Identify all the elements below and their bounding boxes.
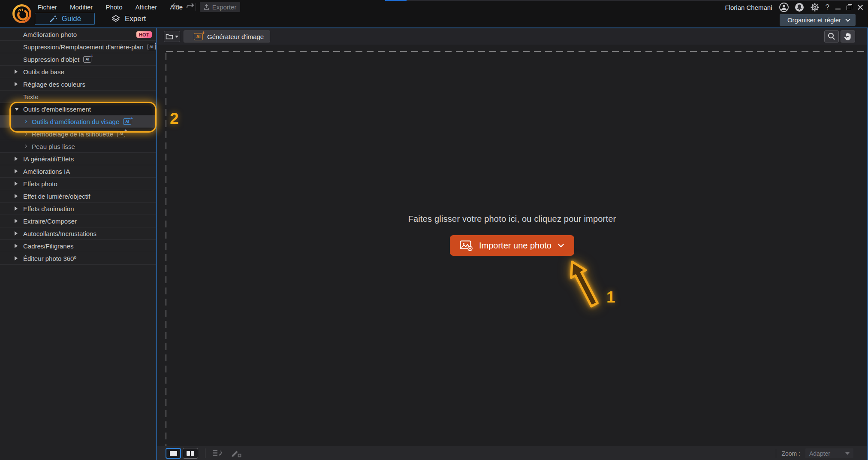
export-icon <box>204 4 209 10</box>
sidebar-item-ameliorations-ia[interactable]: Améliorations IA <box>0 165 156 178</box>
ai-icon: AI <box>117 131 125 137</box>
sidebar-group-outils-embellissement[interactable]: Outils d'embellissement <box>0 103 156 115</box>
collapsed-triangle-icon <box>15 182 18 186</box>
tab-expert[interactable]: Expert <box>107 13 150 25</box>
canvas-view-tools <box>824 30 855 42</box>
workspace: Amélioration photo HOT Suppression/Rempl… <box>0 27 868 460</box>
sidebar-item-extraire-composer[interactable]: Extraire/Composer <box>0 215 156 227</box>
hand-icon <box>844 32 852 41</box>
sidebar-item-outils-amelioration-visage[interactable]: Outils d’amélioration du visage AI <box>0 115 156 128</box>
minimize-icon[interactable] <box>835 5 841 9</box>
top-accent-bar <box>385 0 407 1</box>
collapsed-triangle-icon <box>15 206 18 211</box>
organize-adjust-button[interactable]: Organiser et régler <box>780 14 856 26</box>
export-label: Exporter <box>212 3 237 11</box>
step2-number-label: 2 <box>170 110 179 128</box>
history-controls <box>172 2 195 10</box>
step1-number-label: 1 <box>606 288 615 306</box>
sidebar-item-editeur-photo-360[interactable]: Éditeur photo 360º <box>0 252 156 265</box>
ai-icon: AI <box>194 33 203 40</box>
import-photo-button[interactable]: Importer une photo <box>450 235 574 256</box>
sidebar-item-cadres-filigranes[interactable]: Cadres/Filigranes <box>0 240 156 252</box>
image-generator-tab-label: Générateur d'image <box>207 33 264 40</box>
collapsed-triangle-icon <box>15 70 18 74</box>
close-icon[interactable] <box>857 4 863 10</box>
split-view-button[interactable] <box>183 448 198 459</box>
collapsed-triangle-icon <box>15 157 18 161</box>
tab-guided[interactable]: Guidé <box>35 13 95 25</box>
collapsed-triangle-icon <box>15 256 18 260</box>
open-file-button[interactable] <box>164 31 180 42</box>
sidebar-item-suppression-objet[interactable]: Suppression d'objet AI <box>0 53 156 66</box>
magnifier-icon <box>827 32 836 41</box>
chevron-right-icon <box>24 145 27 148</box>
sidebar-item-effets-animation[interactable]: Effets d'animation <box>0 203 156 215</box>
edit-pencil-icon[interactable] <box>231 449 242 458</box>
sidebar-item-texte[interactable]: Texte <box>0 91 156 103</box>
sidebar-item-amelioration-photo[interactable]: Amélioration photo HOT <box>0 28 156 41</box>
adjustment-history-icon[interactable] <box>212 449 223 458</box>
menu-separator <box>196 3 196 11</box>
pan-tool-button[interactable] <box>841 30 855 42</box>
restore-window-icon[interactable] <box>847 6 851 10</box>
layers-icon <box>111 15 121 23</box>
zoom-tool-button[interactable] <box>824 30 839 42</box>
ai-icon: AI <box>123 118 131 125</box>
chevron-right-icon <box>24 120 27 123</box>
user-name: Florian Chemani <box>725 4 772 11</box>
step1-arrow-annotation <box>564 258 600 308</box>
tab-guided-label: Guidé <box>62 15 81 23</box>
photo-canvas[interactable]: Faites glisser votre photo ici, ou cliqu… <box>157 45 867 446</box>
photodirector-window: Fichier Modifier Photo Afficher Aide Exp… <box>0 0 868 460</box>
undo-icon[interactable] <box>172 2 181 10</box>
top-edge-strip <box>407 0 868 1</box>
sidebar-item-autocollants-incrustations[interactable]: Autocollants/Incrustations <box>0 227 156 240</box>
tab-expert-label: Expert <box>125 15 146 23</box>
magic-wand-icon <box>48 15 57 24</box>
ai-icon: AI <box>83 56 91 63</box>
menu-fichier[interactable]: Fichier <box>38 3 57 11</box>
settings-gear-icon[interactable] <box>810 3 820 12</box>
drop-hint-text: Faites glisser votre photo ici, ou cliqu… <box>157 214 867 224</box>
title-bar: Fichier Modifier Photo Afficher Aide Exp… <box>0 0 868 27</box>
add-image-icon <box>460 240 473 251</box>
sidebar-item-effet-lumiere-objectif[interactable]: Effet de lumière/objectif <box>0 190 156 203</box>
zoom-label: Zoom : <box>781 450 800 457</box>
sidebar-item-peau-plus-lisse[interactable]: Peau plus lisse <box>0 140 156 153</box>
chevron-down-icon <box>558 243 564 248</box>
menu-modifier[interactable]: Modifier <box>70 3 93 11</box>
collapsed-triangle-icon <box>15 169 18 173</box>
sidebar-item-reglage-des-couleurs[interactable]: Réglage des couleurs <box>0 78 156 91</box>
chevron-down-icon <box>845 17 850 21</box>
import-photo-label: Importer une photo <box>479 241 552 251</box>
menu-photo[interactable]: Photo <box>105 3 122 11</box>
titlebar-right-cluster: Florian Chemani ? <box>725 2 863 12</box>
menu-afficher[interactable]: Afficher <box>136 3 157 11</box>
dropdown-triangle-icon <box>175 36 178 38</box>
zoom-level-dropdown[interactable]: Adapter <box>805 448 853 458</box>
sidebar-item-outils-de-base[interactable]: Outils de base <box>0 66 156 78</box>
redo-icon[interactable] <box>185 2 195 10</box>
notifications-bell-icon[interactable] <box>795 3 804 12</box>
sidebar-item-remodelage-silhouette[interactable]: Remodelage de la silhouette AI <box>0 128 156 140</box>
statusbar-separator <box>205 448 205 458</box>
organize-adjust-label: Organiser et régler <box>787 16 841 24</box>
sidebar-item-effets-photo[interactable]: Effets photo <box>0 178 156 190</box>
help-icon[interactable]: ? <box>826 3 829 12</box>
export-button[interactable]: Exporter <box>200 2 240 12</box>
collapsed-triangle-icon <box>15 82 18 86</box>
image-generator-tab[interactable]: AI Générateur d'image <box>184 30 270 42</box>
sidebar-item-suppression-remplacement-arriere-plan[interactable]: Suppression/Remplacement d'arrière-plan … <box>0 41 156 53</box>
ai-icon: AI <box>148 44 156 50</box>
split-view-icon <box>187 451 190 456</box>
editor-main-panel: AI Générateur d'image Faites glisser vot… <box>156 28 868 460</box>
zoom-controls: Zoom : Adapter <box>776 448 853 458</box>
statusbar-separator <box>776 449 776 458</box>
collapsed-triangle-icon <box>15 244 18 248</box>
single-view-button[interactable] <box>166 448 181 459</box>
collapsed-triangle-icon <box>15 194 18 198</box>
collapsed-triangle-icon <box>15 231 18 236</box>
sidebar-item-ia-generatif-effets[interactable]: IA génératif/Effets <box>0 153 156 165</box>
account-avatar-icon[interactable] <box>779 3 789 12</box>
expanded-triangle-icon <box>15 108 19 111</box>
